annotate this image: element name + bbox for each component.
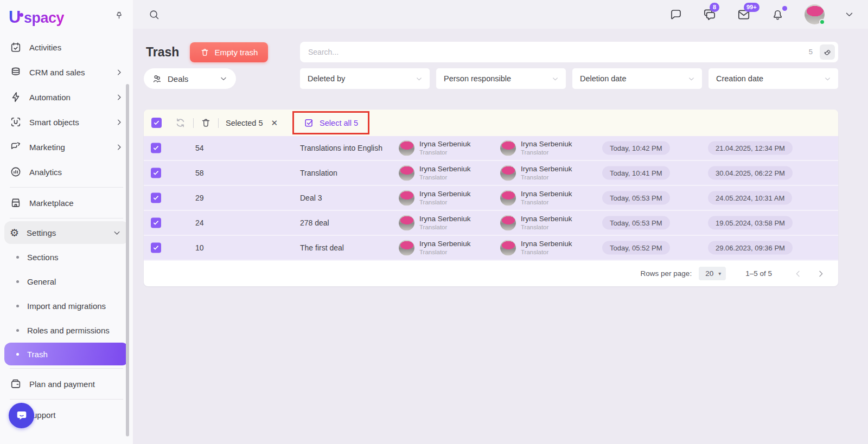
lightning-icon [10, 91, 22, 103]
row-deal-name: Translations into English [300, 144, 382, 152]
sidebar-item-marketing[interactable]: Marketing [0, 134, 133, 159]
search-input[interactable] [300, 42, 838, 62]
sidebar-item-settings[interactable]: ⚙ Settings [4, 221, 129, 244]
table-row[interactable]: 54 Translations into English Iryna Serbe… [144, 136, 838, 161]
divider [10, 187, 123, 188]
sidebar-item-activities[interactable]: Activities [0, 35, 133, 60]
filter-creation-date[interactable]: Creation date [709, 68, 838, 89]
rows-per-page-select[interactable]: 20 ▾ [699, 267, 726, 280]
pin-sidebar-icon[interactable] [114, 11, 124, 21]
marketing-icon [10, 141, 22, 153]
logo-dot-icon [20, 13, 23, 17]
person-role: Translator [419, 248, 471, 256]
row-id: 54 [195, 144, 204, 152]
deleted-by-person: Iryna Serbeniuk Translator [419, 240, 471, 256]
person-role: Translator [419, 198, 471, 206]
select-all-highlighted[interactable]: Select all 5 [292, 111, 369, 134]
empty-trash-button[interactable]: Empty trash [190, 42, 268, 62]
sidebar-subitem-import-and-migrations[interactable]: Import and migrations [0, 294, 133, 318]
divider [10, 368, 123, 369]
content-area: 8 99+ Trash Empty trash [133, 0, 868, 444]
chevron-down-icon [552, 75, 559, 82]
deleted-by-avatar [399, 140, 414, 156]
sidebar-item-automation[interactable]: Automation [0, 85, 133, 110]
entity-filter-label: Deals [168, 74, 188, 83]
sidebar-item-crm[interactable]: CRM and sales [0, 60, 133, 85]
user-avatar[interactable] [805, 4, 825, 24]
responsible-person: Iryna Serbeniuk Translator [521, 215, 572, 231]
feedback-chat-icon[interactable] [669, 8, 682, 21]
creation-date-badge: 21.04.2025, 12:34 PM [708, 141, 793, 155]
responsible-avatar [500, 140, 516, 156]
eraser-icon [823, 48, 832, 57]
page-title: Trash [146, 45, 179, 60]
mail-icon[interactable]: 99+ [737, 8, 751, 22]
empty-trash-label: Empty trash [214, 48, 258, 57]
filter-label: Deleted by [308, 74, 345, 83]
filter-label: Deletion date [580, 74, 626, 83]
sidebar-subitem-label: Sections [27, 253, 59, 262]
row-checkbox[interactable] [151, 243, 161, 253]
row-id: 58 [195, 169, 204, 177]
deal-icon [152, 74, 162, 84]
chevron-down-icon [824, 75, 831, 82]
row-checkbox[interactable] [151, 193, 161, 203]
next-page-icon[interactable] [816, 269, 825, 278]
sidebar-subitem-roles-and-permissions[interactable]: Roles and permissions [0, 318, 133, 343]
person-name: Iryna Serbeniuk [419, 240, 471, 248]
check-icon [153, 119, 160, 126]
sidebar-item-label: Marketing [29, 143, 65, 152]
check-icon [152, 145, 159, 152]
table-row[interactable]: 58 Translation Iryna Serbeniuk Translato… [144, 161, 838, 186]
sidebar-item-plan-and-payment[interactable]: Plan and payment [0, 371, 133, 396]
select-all-checkbox[interactable] [151, 118, 162, 128]
refresh-icon[interactable] [175, 117, 186, 128]
person-role: Translator [419, 223, 471, 231]
sidebar-subitem-trash[interactable]: Trash [4, 343, 129, 365]
messenger-icon[interactable]: 8 [703, 8, 717, 22]
responsible-person: Iryna Serbeniuk Translator [521, 190, 572, 206]
entity-filter-deals[interactable]: Deals [144, 68, 236, 89]
analytics-icon [10, 166, 22, 178]
sidebar-item-smart-objects[interactable]: Smart objects [0, 110, 133, 134]
table-row[interactable]: 29 Deal 3 Iryna Serbeniuk Translator Iry… [144, 186, 838, 211]
sidebar-item-analytics[interactable]: Analytics [0, 159, 133, 184]
creation-date-badge: 30.04.2025, 06:22 PM [708, 166, 793, 180]
previous-page-icon[interactable] [794, 269, 802, 278]
search-result-count: 5 [809, 48, 813, 56]
filter-deletion-date[interactable]: Deletion date [572, 68, 702, 89]
support-chat-button[interactable] [9, 403, 34, 428]
row-checkbox[interactable] [151, 218, 161, 228]
chevron-right-icon [115, 118, 123, 126]
divider [10, 399, 123, 400]
sidebar-subitem-general[interactable]: General [0, 269, 133, 294]
table-row[interactable]: 10 The first deal Iryna Serbeniuk Transl… [144, 236, 838, 261]
person-role: Translator [521, 149, 572, 156]
delete-selected-icon[interactable] [201, 118, 211, 128]
filter-deleted-by[interactable]: Deleted by [300, 68, 430, 89]
person-role: Translator [419, 173, 471, 181]
clear-selection-icon[interactable]: ✕ [271, 118, 278, 128]
row-checkbox[interactable] [151, 143, 161, 153]
clear-filters-button[interactable] [820, 44, 835, 60]
uspacy-logo[interactable]: Uspacy [9, 8, 64, 27]
store-icon [10, 197, 22, 209]
row-checkbox[interactable] [151, 168, 161, 178]
person-role: Translator [521, 198, 572, 206]
person-name: Iryna Serbeniuk [521, 165, 572, 173]
search-icon[interactable] [148, 9, 160, 21]
sidebar-item-label: Settings [27, 228, 56, 237]
sidebar-scrollbar[interactable] [126, 84, 129, 436]
bullet-icon [16, 305, 19, 307]
calendar-check-icon [10, 41, 22, 53]
deleted-by-person: Iryna Serbeniuk Translator [419, 165, 471, 181]
table-row[interactable]: 24 278 deal Iryna Serbeniuk Translator I… [144, 211, 838, 236]
filter-person-responsible[interactable]: Person responsible [436, 68, 566, 89]
selected-count-label: Selected 5 [226, 119, 263, 127]
sidebar-subitem-label: Import and migrations [27, 301, 106, 311]
notifications-bell-icon[interactable] [771, 8, 784, 21]
sidebar-item-marketplace[interactable]: Marketplace [0, 190, 133, 215]
chevron-down-icon [688, 75, 695, 82]
profile-chevron-down-icon[interactable] [845, 10, 854, 19]
sidebar-subitem-sections[interactable]: Sections [0, 245, 133, 269]
